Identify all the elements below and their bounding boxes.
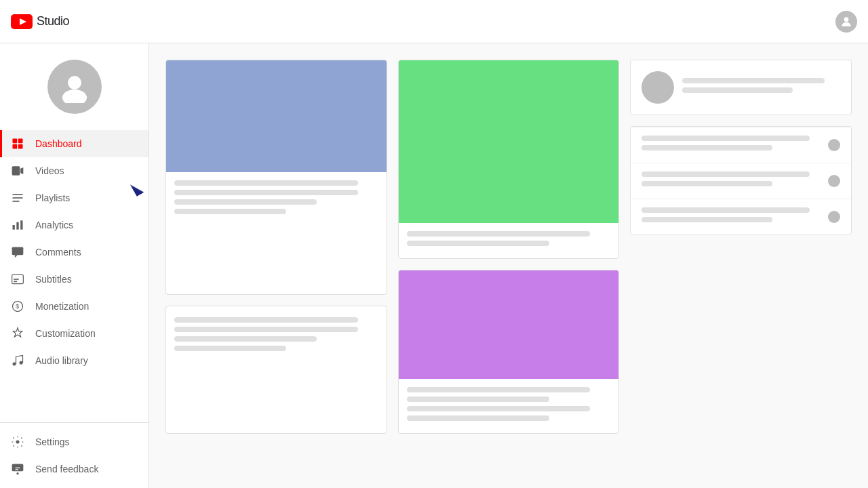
- audio-icon: [11, 354, 24, 367]
- card-profile: [630, 60, 852, 115]
- list-line: [642, 171, 809, 177]
- list-line: [642, 145, 772, 150]
- card-line: [174, 209, 286, 214]
- card-line: [407, 231, 591, 237]
- profile-avatar: [642, 71, 674, 104]
- list-item-lines: [642, 207, 828, 226]
- svg-rect-5: [13, 139, 18, 144]
- sidebar-item-label: Settings: [35, 436, 70, 447]
- grid-icon: [11, 137, 24, 150]
- svg-point-4: [62, 89, 87, 103]
- svg-text:$: $: [16, 303, 19, 310]
- list-item-row: [631, 163, 851, 199]
- card-line: [407, 406, 591, 411]
- sidebar-person-icon: [58, 70, 91, 103]
- svg-rect-17: [12, 247, 24, 256]
- video-icon: [11, 164, 24, 178]
- card-list-1: [630, 126, 852, 235]
- header-left: Studio: [11, 14, 69, 29]
- card-line: [174, 190, 358, 195]
- sidebar-item-monetization[interactable]: $ Monetization: [0, 293, 149, 320]
- sidebar-item-dashboard[interactable]: Dashboard: [0, 130, 149, 157]
- card-line: [407, 241, 549, 246]
- user-avatar-header[interactable]: [835, 11, 857, 33]
- card-line: [407, 396, 549, 402]
- sidebar-item-videos[interactable]: Videos: [0, 157, 149, 184]
- analytics-icon: [11, 218, 24, 232]
- sidebar-item-customization[interactable]: Customization: [0, 320, 149, 347]
- sidebar-item-label: Videos: [35, 165, 64, 176]
- card-line: [407, 415, 549, 421]
- card-1: [165, 60, 387, 295]
- card-1-lines: [166, 172, 387, 226]
- svg-rect-14: [13, 225, 15, 230]
- card-green-thumbnail: [399, 60, 619, 223]
- radio-circle: [828, 175, 840, 187]
- list-line: [642, 181, 772, 186]
- sidebar-avatar[interactable]: [47, 60, 102, 114]
- card-2-column: [398, 60, 620, 434]
- feedback-icon: [11, 462, 24, 476]
- svg-rect-7: [13, 144, 18, 149]
- svg-point-30: [16, 472, 18, 474]
- profile-line: [682, 78, 824, 83]
- subtitles-icon: [11, 272, 24, 286]
- sidebar: Dashboard Videos: [0, 43, 149, 488]
- sidebar-item-label: Analytics: [35, 220, 73, 230]
- card-purple: [398, 270, 620, 434]
- monetization-icon: $: [11, 300, 24, 313]
- svg-marker-10: [20, 167, 23, 174]
- sidebar-item-send-feedback[interactable]: Send feedback: [0, 455, 149, 483]
- sidebar-item-analytics[interactable]: Analytics: [0, 211, 149, 239]
- sidebar-item-label: Send feedback: [35, 464, 98, 474]
- card-line: [174, 317, 358, 323]
- radio-circle: [828, 211, 840, 223]
- card-1-thumbnail: [166, 60, 387, 172]
- sidebar-item-label: Dashboard: [35, 138, 82, 149]
- list-line: [642, 217, 772, 222]
- sidebar-item-label: Subtitles: [35, 274, 72, 285]
- youtube-studio-logo[interactable]: Studio: [11, 14, 69, 29]
- header: Studio: [0, 0, 868, 43]
- sidebar-profile: [0, 49, 149, 130]
- main-content: [149, 43, 868, 488]
- card-line: [174, 180, 358, 186]
- svg-marker-18: [15, 255, 18, 258]
- sidebar-item-subtitles[interactable]: Subtitles: [0, 266, 149, 293]
- sidebar-nav: Dashboard Videos: [0, 130, 149, 422]
- card-purple-lines: [399, 379, 619, 433]
- playlist-icon: [11, 191, 24, 205]
- svg-point-25: [20, 361, 23, 365]
- list-item-row: [631, 127, 851, 163]
- card-purple-thumbnail: [399, 270, 619, 379]
- settings-icon: [11, 435, 24, 449]
- svg-point-3: [68, 76, 81, 89]
- list-line: [642, 207, 809, 213]
- sidebar-item-label: Customization: [35, 328, 96, 339]
- sidebar-item-settings[interactable]: Settings: [0, 428, 149, 455]
- sidebar-item-label: Monetization: [35, 301, 89, 312]
- sidebar-item-playlists[interactable]: Playlists: [0, 184, 149, 211]
- sidebar-item-audio-library[interactable]: Audio library: [0, 347, 149, 374]
- youtube-icon: [11, 14, 33, 29]
- svg-point-2: [844, 17, 849, 22]
- svg-rect-9: [12, 166, 20, 175]
- card-4-lines: [166, 306, 387, 366]
- customization-icon: [11, 327, 24, 340]
- card-line: [174, 336, 317, 342]
- profile-line: [682, 87, 793, 93]
- profile-row: [631, 60, 851, 115]
- comments-icon: [11, 245, 24, 259]
- list-item-row: [631, 199, 851, 235]
- svg-rect-15: [16, 222, 18, 230]
- sidebar-item-label: Comments: [35, 247, 81, 258]
- sidebar-item-comments[interactable]: Comments: [0, 239, 149, 266]
- card-line: [174, 346, 286, 351]
- svg-rect-16: [20, 220, 22, 229]
- sidebar-item-label: Audio library: [35, 355, 88, 366]
- svg-point-26: [16, 441, 20, 444]
- card-4: [165, 306, 387, 434]
- svg-point-24: [13, 363, 16, 366]
- list-item-lines: [642, 136, 828, 155]
- list-item-lines: [642, 171, 828, 190]
